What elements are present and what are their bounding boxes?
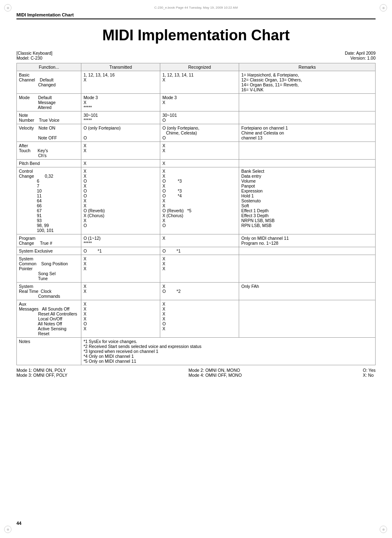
main-title: MIDI Implementation Chart (16, 27, 376, 44)
x-no: X: No (363, 373, 376, 378)
corner-mark-tl: ⊕ (4, 4, 12, 12)
cell-function: System Exclusive (17, 247, 81, 255)
cell-recognized: XX (160, 142, 239, 160)
cell-remarks (239, 111, 376, 124)
cell-transmitted: O (1~12)***** (81, 234, 160, 247)
cell-notes-label: Notes (17, 338, 81, 365)
footer-right: O: Yes X: No (363, 368, 376, 378)
footer-left: Mode 1: OMNI ON, POLY Mode 3: OMNI OFF, … (16, 368, 67, 378)
meta-model: Model: C-230 (16, 56, 53, 60)
meta-device: [Classic Keyboard] (16, 51, 53, 56)
table-row: Velocity Note ON Note OFF O (only Fortep… (17, 124, 376, 142)
meta-version: Version: 1.00 (345, 56, 376, 60)
cell-function: SystemCommon Song Position Pointer Song … (17, 255, 81, 283)
table-row: Mode Default Message Altered Mode 3X****… (17, 94, 376, 111)
header-transmitted: Transmitted (81, 63, 160, 71)
table-row: System Exclusive O *1 O *1 (17, 247, 376, 255)
file-path: C-230_e.book Page 44 Tuesday, May 19, 20… (154, 6, 238, 9)
cell-recognized: XO *2 (160, 283, 239, 300)
table-header-row: Function... Transmitted Recognized Remar… (17, 63, 376, 71)
cell-remarks (239, 247, 376, 255)
cell-recognized: X (160, 160, 239, 167)
midi-table: Function... Transmitted Recognized Remar… (16, 63, 376, 365)
cell-function: BasicChannel Default Changed (17, 71, 81, 94)
cell-recognized: 30~101O (160, 111, 239, 124)
cell-recognized: O (only Fortepiano, Chime, Celesta)O (160, 124, 239, 142)
cell-remarks (239, 160, 376, 167)
cell-remarks (239, 255, 376, 283)
table-row-notes: Notes *1 SysEx for voice changes. *2 Rec… (17, 338, 376, 365)
header-remarks: Remarks (239, 63, 376, 71)
cell-function: Pitch Bend (17, 160, 81, 167)
table-row: AuxMessages All Sounds Off Reset All Con… (17, 300, 376, 338)
corner-mark-br: ⊕ (380, 526, 387, 533)
page-number: 44 (16, 521, 21, 526)
footer-center: Mode 2: OMNI ON, MONO Mode 4: OMNI OFF, … (189, 368, 242, 378)
mode2: Mode 2: OMNI ON, MONO (189, 368, 242, 373)
cell-remarks: 1= Harpsichord, & Fortepiano,12= Classic… (239, 71, 376, 94)
cell-function: Velocity Note ON Note OFF (17, 124, 81, 142)
cell-transmitted: 1, 12, 13, 14, 16X (81, 71, 160, 94)
cell-remarks: Only FAh (239, 283, 376, 300)
mode4: Mode 4: OMNI OFF, MONO (189, 373, 242, 378)
table-row: ProgramChange True # O (1~12)***** X Onl… (17, 234, 376, 247)
meta-info: [Classic Keyboard] Model: C-230 Date: Ap… (16, 51, 376, 60)
cell-recognized: X (160, 234, 239, 247)
cell-transmitted: O (only Fortepiano)O (81, 124, 160, 142)
cell-remarks (239, 142, 376, 160)
cell-function: Mode Default Message Altered (17, 94, 81, 111)
cell-remarks: Bank Select Data entry Volume Panpot Exp… (239, 167, 376, 234)
meta-date: Date: April 2009 (345, 51, 376, 56)
cell-transmitted: XXXXOX (81, 300, 160, 338)
cell-function: AfterTouch Key's Ch's (17, 142, 81, 160)
cell-transmitted: XX (81, 142, 160, 160)
cell-recognized: O *1 (160, 247, 239, 255)
table-row: SystemReal Time Clock Commands XX XO *2 … (17, 283, 376, 300)
cell-function: SystemReal Time Clock Commands (17, 283, 81, 300)
corner-mark-tr: ⊕ (380, 4, 387, 12)
cell-transmitted: X (81, 160, 160, 167)
cell-transmitted: XX (81, 283, 160, 300)
cell-remarks (239, 300, 376, 338)
cell-transmitted: X X O X O O X X O (Reverb) X (Chorus) X … (81, 167, 160, 234)
mode3: Mode 3: OMNI OFF, POLY (16, 373, 67, 378)
header-recognized: Recognized (160, 63, 239, 71)
cell-function: AuxMessages All Sounds Off Reset All Con… (17, 300, 81, 338)
o-yes: O: Yes (363, 368, 376, 373)
table-row: Control Change 0,32 6 7 10 11 64 66 67 9… (17, 167, 376, 234)
meta-right: Date: April 2009 Version: 1.00 (345, 51, 376, 60)
table-row: SystemCommon Song Position Pointer Song … (17, 255, 376, 283)
cell-recognized: X X O *3 X O *3 O *4 X X O (Reverb) *5 X… (160, 167, 239, 234)
corner-mark-bl: ⊕ (4, 526, 12, 533)
cell-transmitted: O *1 (81, 247, 160, 255)
cell-function: NoteNumber True Voice (17, 111, 81, 124)
cell-remarks (239, 94, 376, 111)
cell-transmitted: XXX (81, 255, 160, 283)
cell-recognized: XXX (160, 255, 239, 283)
cell-remarks: Fortepiano on channel 1Chime and Celesta… (239, 124, 376, 142)
cell-function: ProgramChange True # (17, 234, 81, 247)
header-function: Function... (17, 63, 81, 71)
table-row: AfterTouch Key's Ch's XX XX (17, 142, 376, 160)
cell-transmitted: 30~101***** (81, 111, 160, 124)
table-row: BasicChannel Default Changed 1, 12, 13, … (17, 71, 376, 94)
cell-recognized: Mode 3X (160, 94, 239, 111)
cell-recognized: XXXXOX (160, 300, 239, 338)
mode1: Mode 1: OMNI ON, POLY (16, 368, 67, 373)
table-row: NoteNumber True Voice 30~101***** 30~101… (17, 111, 376, 124)
footer-modes: Mode 1: OMNI ON, POLY Mode 3: OMNI OFF, … (16, 368, 376, 378)
meta-left: [Classic Keyboard] Model: C-230 (16, 51, 53, 60)
cell-remarks: Only on MIDI channel 11Program no. 1~128 (239, 234, 376, 247)
table-row: Pitch Bend X X (17, 160, 376, 167)
cell-function: Control Change 0,32 6 7 10 11 64 66 67 9… (17, 167, 81, 234)
cell-recognized: 1, 12, 13, 14, 11X (160, 71, 239, 94)
section-title: MIDI Implementation Chart (16, 12, 376, 19)
cell-notes-content: *1 SysEx for voice changes. *2 Received … (81, 338, 376, 365)
cell-transmitted: Mode 3X***** (81, 94, 160, 111)
